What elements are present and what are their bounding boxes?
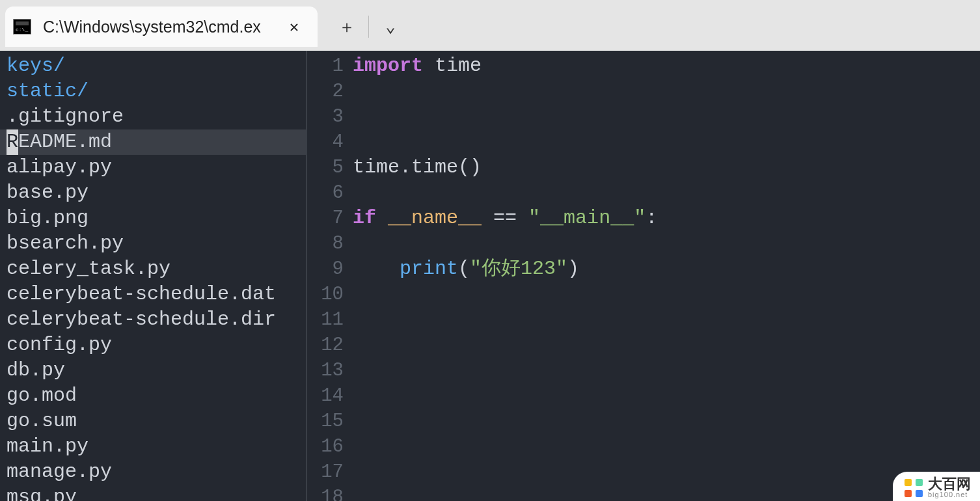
code-line[interactable]: time.time() xyxy=(353,155,980,180)
code-line[interactable] xyxy=(353,79,980,104)
file-item-manage-py[interactable]: manage.py xyxy=(0,459,306,485)
code-line[interactable]: print("你好123") xyxy=(353,256,980,282)
code-line[interactable] xyxy=(353,459,980,485)
line-number: 1 xyxy=(307,53,344,79)
line-number: 18 xyxy=(307,485,344,501)
file-item-msg-py[interactable]: msg.py xyxy=(0,485,306,501)
line-number: 8 xyxy=(307,231,344,256)
line-number: 11 xyxy=(307,307,344,332)
line-number: 9 xyxy=(307,256,344,282)
watermark-title: 大百网 xyxy=(928,477,971,491)
tab-dropdown-button[interactable]: ⌄ xyxy=(374,10,407,43)
file-item-go-mod[interactable]: go.mod xyxy=(0,383,306,409)
file-item-bsearch-py[interactable]: bsearch.py xyxy=(0,231,306,256)
watermark-text: 大百网 big100.net xyxy=(928,477,971,498)
watermark-subtitle: big100.net xyxy=(928,491,971,498)
file-item-celerybeat-schedule-dat[interactable]: celerybeat-schedule.dat xyxy=(0,282,306,307)
cmd-icon xyxy=(13,19,31,34)
code-line[interactable] xyxy=(353,358,980,383)
file-item-keys-[interactable]: keys/ xyxy=(0,53,306,79)
code-line[interactable] xyxy=(353,409,980,434)
tab-actions: ＋ ⌄ xyxy=(331,7,407,47)
file-item-base-py[interactable]: base.py xyxy=(0,180,306,206)
code-line[interactable] xyxy=(353,180,980,206)
line-number: 16 xyxy=(307,434,344,459)
line-number: 2 xyxy=(307,79,344,104)
code-line[interactable]: import time xyxy=(353,53,980,79)
code-pane[interactable]: 123456789101112131415161718 import time … xyxy=(307,51,980,501)
code-line[interactable]: if __name__ == "__main__": xyxy=(353,206,980,231)
file-item-go-sum[interactable]: go.sum xyxy=(0,409,306,434)
line-number-gutter: 123456789101112131415161718 xyxy=(307,51,353,501)
line-number: 13 xyxy=(307,358,344,383)
line-number: 15 xyxy=(307,409,344,434)
file-item-readme-md[interactable]: README.md xyxy=(0,129,306,155)
file-tree[interactable]: keys/static/.gitignoreREADME.mdalipay.py… xyxy=(0,51,307,501)
line-number: 14 xyxy=(307,383,344,409)
line-number: 10 xyxy=(307,282,344,307)
file-item-big-png[interactable]: big.png xyxy=(0,206,306,231)
line-number: 4 xyxy=(307,129,344,155)
editor-area: keys/static/.gitignoreREADME.mdalipay.py… xyxy=(0,51,980,501)
tab-separator xyxy=(368,16,369,38)
tab-title: C:\Windows\system32\cmd.ex xyxy=(43,18,276,36)
line-number: 12 xyxy=(307,332,344,358)
code-line[interactable] xyxy=(353,231,980,256)
new-tab-button[interactable]: ＋ xyxy=(331,10,363,43)
file-item-celerybeat-schedule-dir[interactable]: celerybeat-schedule.dir xyxy=(0,307,306,332)
code-line[interactable] xyxy=(353,383,980,409)
file-item--gitignore[interactable]: .gitignore xyxy=(0,104,306,129)
code-line[interactable] xyxy=(353,129,980,155)
line-number: 17 xyxy=(307,459,344,485)
file-item-config-py[interactable]: config.py xyxy=(0,332,306,358)
line-number: 3 xyxy=(307,104,344,129)
watermark-logo-icon xyxy=(905,479,923,497)
titlebar: C:\Windows\system32\cmd.ex ✕ ＋ ⌄ xyxy=(0,0,980,51)
line-number: 6 xyxy=(307,180,344,206)
code-line[interactable] xyxy=(353,332,980,358)
tabs-row: C:\Windows\system32\cmd.ex ✕ ＋ ⌄ xyxy=(5,5,980,47)
watermark: 大百网 big100.net xyxy=(893,472,980,501)
file-item-static-[interactable]: static/ xyxy=(0,79,306,104)
line-number: 5 xyxy=(307,155,344,180)
code-line[interactable] xyxy=(353,434,980,459)
code-line[interactable] xyxy=(353,282,980,307)
close-tab-button[interactable]: ✕ xyxy=(281,14,307,40)
line-number: 7 xyxy=(307,206,344,231)
code-line[interactable] xyxy=(353,104,980,129)
terminal-tab[interactable]: C:\Windows\system32\cmd.ex ✕ xyxy=(5,7,318,47)
file-item-celery-task-py[interactable]: celery_task.py xyxy=(0,256,306,282)
file-item-db-py[interactable]: db.py xyxy=(0,358,306,383)
code-line[interactable] xyxy=(353,307,980,332)
file-item-main-py[interactable]: main.py xyxy=(0,434,306,459)
code-line[interactable] xyxy=(353,485,980,501)
code-content[interactable]: import time time.time() if __name__ == "… xyxy=(353,51,980,501)
file-item-alipay-py[interactable]: alipay.py xyxy=(0,155,306,180)
